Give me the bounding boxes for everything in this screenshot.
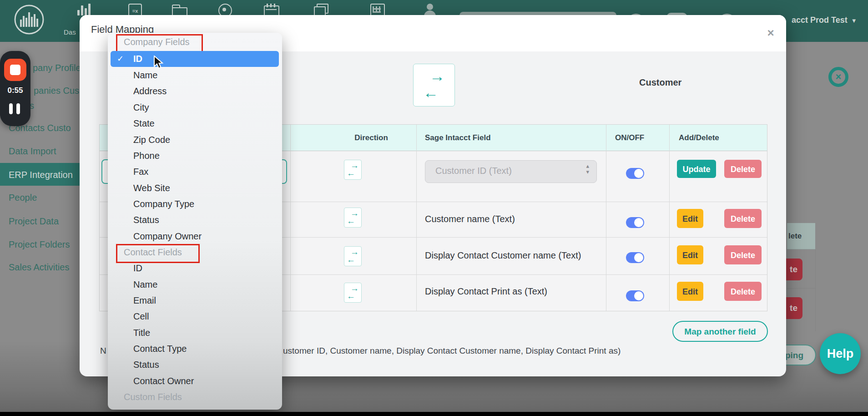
calculator-icon[interactable] (370, 4, 386, 15)
dropdown-option[interactable]: Status (133, 357, 159, 373)
dropdown-option[interactable]: Contact Owner (133, 373, 194, 389)
delete-button[interactable]: Delete (724, 209, 762, 228)
dropdown-option[interactable]: Name (133, 67, 157, 83)
col-add-delete: Add/Delete (679, 125, 719, 151)
dropdown-option[interactable]: ID (133, 260, 142, 276)
edit-button[interactable]: Edit (677, 209, 703, 228)
recording-timer: 0:55 (0, 86, 30, 95)
checkmark-icon: ✓ (117, 51, 124, 67)
deactivate-icon[interactable]: × (828, 67, 848, 87)
account-menu[interactable]: acct Prod Test▼ (792, 15, 857, 25)
col-on-off: ON/OFF (615, 125, 644, 151)
delete-button[interactable]: Delete (724, 282, 762, 301)
map-another-field-button[interactable]: Map another field (672, 321, 768, 342)
sidebar-item-company-profile[interactable]: pany Profile (33, 63, 81, 73)
copy-icon[interactable] (314, 4, 329, 15)
stop-recording-button[interactable] (4, 59, 26, 81)
person-icon[interactable] (423, 4, 439, 15)
col-sage-field: Sage Intacct Field (425, 125, 491, 151)
edit-button[interactable]: Edit (677, 282, 703, 301)
sync-direction-icon[interactable]: →← (344, 246, 362, 266)
close-icon[interactable]: × (763, 25, 778, 40)
dropdown-option[interactable]: Company Type (133, 196, 194, 212)
pause-icon[interactable] (16, 103, 20, 114)
sync-direction-icon[interactable]: →← (344, 160, 362, 180)
on-off-toggle[interactable] (626, 217, 644, 228)
field-select-dropdown: Company Fields ✓ ID Name Address City St… (108, 33, 282, 410)
pause-icon[interactable] (9, 103, 13, 114)
logo-icon (14, 4, 45, 35)
sage-field-select[interactable]: Customer ID (Text) ▴▾ (425, 160, 597, 183)
dim-add-delete-header: lete (787, 223, 815, 249)
dropdown-option[interactable]: State (133, 116, 155, 132)
help-button[interactable]: Help (820, 333, 861, 374)
dropdown-group-custom-fields: Custom Fields (124, 389, 182, 405)
sync-direction-icon[interactable]: →← (344, 283, 362, 303)
folder-icon[interactable] (172, 4, 187, 15)
sage-field-value: Display Contact Print as (Text) (425, 286, 547, 297)
dashboard-icon[interactable] (76, 4, 92, 15)
dropdown-option[interactable]: Address (133, 83, 167, 99)
note-text-fragment: N (100, 346, 106, 356)
update-button[interactable]: Update (677, 160, 716, 178)
dropdown-option[interactable]: Fax (133, 164, 148, 180)
chevron-down-icon: ▼ (851, 17, 857, 24)
annotation-box (116, 244, 200, 263)
on-off-toggle[interactable] (626, 168, 644, 179)
dashboard-label[interactable]: Das (64, 28, 76, 36)
target-icon[interactable] (217, 4, 233, 15)
on-off-toggle[interactable] (626, 252, 644, 263)
dropdown-option[interactable]: Phone (133, 148, 160, 164)
dropdown-option[interactable]: Status (133, 212, 159, 228)
sidebar-item-companies-cust[interactable]: panies Cus (34, 86, 79, 96)
edit-button[interactable]: Edit (677, 245, 703, 264)
select-caret-icon: ▴▾ (586, 163, 589, 175)
sidebar-item-people[interactable]: People (9, 193, 37, 203)
sage-field-value: Customer ID (Text) (435, 166, 512, 176)
dropdown-option[interactable]: Name (133, 277, 157, 293)
sage-field-value: Display Contact Customer name (Text) (425, 250, 581, 261)
sidebar-item-sales-activities[interactable]: Sales Activities (9, 262, 69, 273)
dropdown-option[interactable]: Zip Code (133, 132, 170, 148)
sidebar-item-project-folders[interactable]: Project Folders (9, 239, 70, 250)
dropdown-option[interactable]: Web Site (133, 180, 170, 196)
note-text-fragment: ustomer ID, Customer name, Display Conta… (283, 346, 621, 356)
arrow-left-icon: ← (414, 84, 454, 101)
delete-button[interactable]: Delete (724, 160, 762, 178)
dim-table-rowline (787, 288, 815, 289)
sidebar-item-erp-integration[interactable]: ERP Integration (9, 170, 73, 180)
dropdown-option[interactable]: Title (133, 325, 150, 341)
customer-heading: Customer (639, 77, 681, 88)
stop-icon (10, 65, 20, 75)
dropdown-option[interactable]: City (133, 100, 149, 116)
sync-direction-icon: → ← (413, 64, 455, 107)
on-off-toggle[interactable] (626, 290, 644, 301)
calendar-icon[interactable] (264, 4, 279, 15)
delete-button[interactable]: Delete (724, 245, 762, 264)
cursor-icon (153, 56, 165, 69)
dropdown-option[interactable]: Cell (133, 309, 149, 325)
sidebar-item-data-import[interactable]: Data Import (9, 146, 56, 157)
account-label: acct Prod Test (792, 15, 848, 25)
dropdown-option[interactable]: Email (133, 293, 156, 309)
annotation-box (116, 34, 203, 53)
sidebar-item-project-data[interactable]: Project Data (9, 216, 59, 227)
screen-recorder-widget: 0:55 (0, 51, 30, 126)
col-direction: Direction (326, 125, 416, 151)
sage-field-value: Customer name (Text) (425, 214, 515, 224)
arrow-right-icon: → (414, 68, 454, 84)
sync-direction-icon[interactable]: →← (344, 208, 362, 228)
dropdown-option-id-selected[interactable]: ✓ ID (111, 51, 279, 67)
screen-bottom-bar (0, 412, 868, 416)
dropdown-option[interactable]: Company Owner (133, 228, 202, 244)
dropdown-option[interactable]: Contact Type (133, 341, 187, 357)
